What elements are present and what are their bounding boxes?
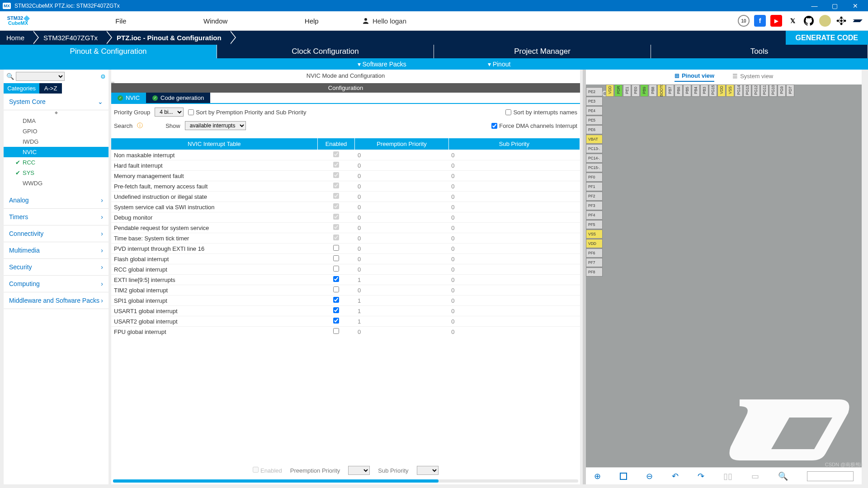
pin-PG15[interactable]: PG15 <box>709 84 717 97</box>
wiki-icon[interactable] <box>819 15 831 27</box>
enable-checkbox[interactable] <box>333 276 339 282</box>
bottom-pp-select[interactable] <box>348 466 370 475</box>
generate-code-button[interactable]: GENERATE CODE <box>786 31 868 45</box>
pin-PE4[interactable]: PE4 <box>586 106 603 115</box>
tab-pinout-view[interactable]: ⊞Pinout view <box>675 72 714 82</box>
col-enabled[interactable]: Enabled <box>317 138 355 150</box>
pinout-search-icon[interactable]: 🔍 <box>778 471 788 481</box>
col-interrupt[interactable]: NVIC Interrupt Table <box>111 138 317 150</box>
tab-categories[interactable]: Categories <box>4 83 39 94</box>
tab-system-view[interactable]: ☰System view <box>732 72 773 82</box>
pin-VBAT[interactable]: VBAT <box>586 135 603 144</box>
fit-icon[interactable] <box>620 473 627 480</box>
periph-gpio[interactable]: GPIO <box>4 126 108 136</box>
interrupt-row[interactable]: Undefined instruction or illegal state00 <box>111 192 580 202</box>
pin-PF7[interactable]: PF7 <box>586 258 603 267</box>
search-select[interactable] <box>16 72 65 81</box>
search-info-icon[interactable]: ⓘ <box>137 122 143 130</box>
pin-PC15-.[interactable]: PC15-. <box>586 163 603 172</box>
pin-PD7[interactable]: PD7 <box>786 84 794 97</box>
interrupt-row[interactable]: Pre-fetch fault, memory access fault00 <box>111 181 580 192</box>
pin-PC13-.[interactable]: PC13-. <box>586 144 603 153</box>
category-multimedia[interactable]: Multimedia› <box>4 242 108 259</box>
zoom-out-icon[interactable]: ⊖ <box>646 471 653 481</box>
subtab-codegen[interactable]: ✓Code generation <box>146 93 210 103</box>
pin-VSS[interactable]: VSS <box>586 230 603 239</box>
pin-PE6[interactable]: PE6 <box>586 125 603 134</box>
category-analog[interactable]: Analog› <box>4 192 108 209</box>
pin-PG11[interactable]: PG11 <box>760 84 769 97</box>
pin-PE2[interactable]: PE2 <box>586 87 603 96</box>
tab-tools[interactable]: Tools <box>651 45 868 58</box>
pin-PF1[interactable]: PF1 <box>586 182 603 191</box>
pin-PG13[interactable]: PG13 <box>743 84 751 97</box>
settings-gear-icon[interactable]: ⚙ <box>100 73 106 80</box>
pin-PB7[interactable]: PB7 <box>666 84 674 97</box>
menu-file[interactable]: File <box>115 17 126 25</box>
interrupt-row[interactable]: TIM2 global interrupt00 <box>111 285 580 296</box>
pin-PG10[interactable]: PG10 <box>769 84 777 97</box>
pin-PB5[interactable]: PB5 <box>683 84 691 97</box>
github-icon[interactable] <box>803 15 815 27</box>
show-select[interactable]: available interrupts <box>185 121 246 130</box>
interrupt-row[interactable]: Flash global interrupt00 <box>111 254 580 264</box>
tab-clock-config[interactable]: Clock Configuration <box>217 45 434 58</box>
pin-VDD[interactable]: VDD <box>586 239 603 248</box>
tab-project-manager[interactable]: Project Manager <box>434 45 651 58</box>
pin-VSS[interactable]: VSS <box>726 84 734 97</box>
pin-PG14[interactable]: PG14 <box>735 84 743 97</box>
periph-nvic[interactable]: NVIC <box>4 147 108 157</box>
interrupt-row[interactable]: Non maskable interrupt00 <box>111 150 580 160</box>
rotate-left-icon[interactable]: ↶ <box>672 471 679 481</box>
pin-PB9[interactable]: PB9 <box>640 84 648 97</box>
enable-checkbox[interactable] <box>333 307 339 313</box>
category-system-core[interactable]: System Core⌄ <box>4 94 108 110</box>
enable-checkbox[interactable] <box>333 328 339 334</box>
pin-PF6[interactable]: PF6 <box>586 249 603 258</box>
sort-preempt-checkbox[interactable]: Sort by Premption Priority and Sub Prior… <box>188 109 306 116</box>
category-timers[interactable]: Timers› <box>4 209 108 225</box>
pin-PG9[interactable]: PG9 <box>778 84 786 97</box>
force-dma-checkbox[interactable]: Force DMA channels Interrupt <box>491 122 577 129</box>
col-subprio[interactable]: Sub Priority <box>448 138 580 150</box>
category-connectivity[interactable]: Connectivity› <box>4 225 108 242</box>
interrupt-row[interactable]: FPU global interrupt00 <box>111 327 580 337</box>
minimize-button[interactable]: — <box>804 0 825 11</box>
enable-checkbox[interactable] <box>333 286 339 292</box>
pin-PG12[interactable]: PG12 <box>752 84 760 97</box>
pin-PF8[interactable]: PF8 <box>586 267 603 277</box>
interrupt-row[interactable]: Hard fault interrupt00 <box>111 160 580 171</box>
interrupt-row[interactable]: EXTI line[9:5] interrupts10 <box>111 275 580 285</box>
pin-PB4[interactable]: PB4 <box>692 84 700 97</box>
maximize-button[interactable]: ▢ <box>825 0 845 11</box>
rotate-right-icon[interactable]: ↷ <box>698 471 704 481</box>
bottom-sp-select[interactable] <box>417 466 439 475</box>
search-icon[interactable]: 🔍 <box>6 73 14 80</box>
pin-VDD[interactable]: VDD <box>717 84 726 97</box>
priority-group-select[interactable]: 4 bi... <box>155 108 184 117</box>
pin-PF2[interactable]: PF2 <box>586 192 603 201</box>
periph-wwdg[interactable]: WWDG <box>4 178 108 188</box>
youtube-icon[interactable]: ▶ <box>770 15 782 27</box>
periph-sys[interactable]: SYS <box>4 168 108 178</box>
zoom-in-icon[interactable]: ⊕ <box>594 471 601 481</box>
enable-checkbox[interactable] <box>333 297 339 303</box>
enable-checkbox[interactable] <box>333 266 339 272</box>
pin-PE0[interactable]: PE0 <box>632 84 640 97</box>
facebook-icon[interactable]: f <box>754 15 766 27</box>
pin-PC14-.[interactable]: PC14-. <box>586 154 603 163</box>
pin-PDR[interactable]: PDR <box>614 84 623 97</box>
category-computing[interactable]: Computing› <box>4 276 108 292</box>
pin-PF4[interactable]: PF4 <box>586 211 603 220</box>
pin-PF3[interactable]: PF3 <box>586 201 603 210</box>
interrupt-row[interactable]: USART2 global interrupt10 <box>111 316 580 327</box>
periph-rcc[interactable]: RCC <box>4 157 108 168</box>
enable-checkbox[interactable] <box>333 255 339 261</box>
pin-PB3[interactable]: PB3 <box>700 84 708 97</box>
interrupt-row[interactable]: Debug monitor00 <box>111 212 580 223</box>
interrupt-row[interactable]: System service call via SWI instruction0… <box>111 202 580 212</box>
interrupt-row[interactable]: SPI1 global interrupt10 <box>111 296 580 306</box>
interrupt-row[interactable]: Time base: System tick timer00 <box>111 233 580 244</box>
anniversary-badge-icon[interactable]: 10 <box>738 15 750 27</box>
pin-PF5[interactable]: PF5 <box>586 220 603 229</box>
